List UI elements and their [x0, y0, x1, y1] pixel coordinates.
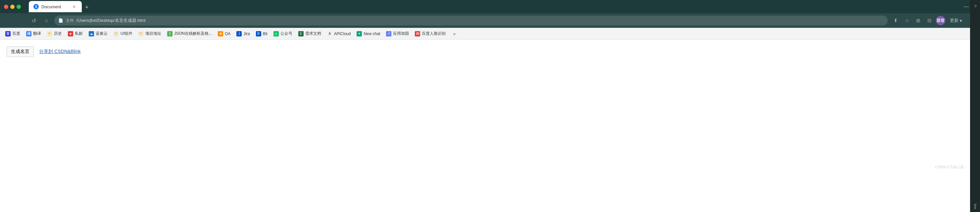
traffic-lights — [4, 5, 21, 9]
address-input-wrapper[interactable]: 📄 文件 /Users/jhxl/Desktop/名言生成器.html — [54, 16, 888, 26]
maximize-window-button[interactable] — [17, 5, 21, 9]
address-bar: ← → ↺ ⌂ 📄 文件 /Users/jhxl/Desktop/名言生成器.h… — [0, 13, 980, 28]
bookmark-json[interactable]: {}JSON在线解析及格... — [165, 29, 215, 38]
bookmark-smjm[interactable]: ♣私邮 — [65, 29, 86, 38]
bookmark-icon-needs: E — [298, 31, 304, 37]
bookmark-label-needs: 需求文档 — [305, 31, 321, 37]
minimize-window-button[interactable] — [10, 5, 14, 9]
address-actions: ⬆ ☆ ⊞ ⊟ 双世 更新 ▾ ⋮ — [891, 16, 976, 25]
bookmark-label-project: 项目地址 — [145, 31, 161, 37]
update-chevron-icon: ▾ — [960, 18, 962, 23]
bookmark-appplus[interactable]: ↺应用加固 — [383, 29, 412, 38]
refresh-button[interactable]: ↺ — [29, 16, 38, 25]
side-panel: ヲ tme — [970, 0, 980, 172]
bookmark-icon-smjm: ♣ — [68, 31, 73, 37]
bookmark-icon-json: {} — [167, 31, 172, 37]
bookmark-icon-oa: ★ — [218, 31, 223, 37]
bookmark-label-ui: UI组件 — [121, 31, 132, 37]
home-button[interactable]: ⌂ — [42, 16, 51, 25]
secure-icon: 📄 — [58, 18, 63, 23]
bookmark-icon-lanyun: ☁ — [89, 31, 94, 37]
profile-label: 双世 — [937, 18, 945, 24]
bookmark-lanyun[interactable]: ☁蓝奏云 — [86, 29, 110, 38]
address-url: /Users/jhxl/Desktop/名言生成器.html — [76, 18, 884, 24]
bookmark-label-lanyun: 蓝奏云 — [96, 31, 108, 37]
browser-chrome: S Document × + — ⛶ ← → ↺ ⌂ 📄 文件 /Users/j… — [0, 0, 980, 40]
bookmark-label-apicloud: APICloud — [334, 32, 351, 36]
bookmark-more[interactable]: » — [449, 30, 460, 38]
bookmark-project[interactable]: 📁项目地址 — [136, 29, 164, 38]
forward-button[interactable]: → — [17, 16, 26, 25]
puzzle-icon: ⊞ — [916, 18, 920, 24]
bookmark-newchat[interactable]: ✦New chat — [354, 30, 383, 38]
profile-button[interactable]: 双世 — [936, 16, 945, 25]
bookmark-label-oa: OA — [225, 32, 231, 36]
bookmark-icon-baidu: 百 — [5, 31, 11, 37]
share-icon: ⬆ — [894, 18, 898, 24]
bookmark-ui[interactable]: 📁UI组件 — [111, 29, 135, 38]
split-icon: ⊟ — [928, 18, 932, 24]
bookmark-icon-bit: B — [256, 31, 261, 37]
file-label: 文件 — [66, 18, 74, 24]
bookmark-icon-apicloud: A — [327, 31, 332, 37]
tab-title: Document — [41, 4, 61, 9]
bookmark-gzh[interactable]: ◎公众号 — [271, 29, 295, 38]
tab-favicon: S — [33, 4, 39, 9]
minimize-button[interactable]: — — [963, 4, 969, 10]
bookmark-button[interactable]: ☆ — [902, 16, 912, 25]
bookmark-oa[interactable]: ★OA — [215, 30, 233, 38]
bookmark-bit[interactable]: BBit — [253, 30, 270, 38]
bookmark-label-face: 百度人脸识别 — [422, 31, 445, 37]
share-link[interactable]: 分享到 CSDN&Blink — [39, 49, 80, 54]
back-button[interactable]: ← — [4, 16, 13, 25]
bookmark-jira[interactable]: JJira — [234, 30, 252, 38]
bookmark-translate[interactable]: 译翻译 — [24, 29, 44, 38]
forward-icon: → — [19, 18, 24, 24]
bookmark-icon-jira: J — [236, 31, 242, 37]
close-window-button[interactable] — [4, 5, 8, 9]
bookmark-baidu[interactable]: 百百度 — [3, 29, 23, 38]
star-icon: ☆ — [905, 18, 909, 24]
share-button[interactable]: ⬆ — [891, 16, 900, 25]
bookmarks-bar: 百百度译翻译📁历史♣私邮☁蓝奏云📁UI组件📁项目地址{}JSON在线解析及格..… — [0, 28, 980, 40]
bookmark-label-gzh: 公众号 — [280, 31, 292, 37]
extensions-button[interactable]: ⊞ — [913, 16, 923, 25]
side-panel-top: ヲ — [973, 3, 977, 6]
bookmark-label-bit: Bit — [263, 32, 267, 36]
bookmark-icon-gzh: ◎ — [274, 31, 279, 37]
bookmark-icon-history: 📁 — [47, 31, 52, 37]
split-button[interactable]: ⊟ — [925, 16, 934, 25]
update-label: 更新 — [950, 18, 958, 24]
bookmark-label-appplus: 应用加固 — [393, 31, 409, 37]
refresh-icon: ↺ — [32, 18, 36, 24]
bookmark-icon-more: » — [452, 31, 457, 37]
bookmark-label-smjm: 私邮 — [75, 31, 83, 37]
back-icon: ← — [6, 18, 11, 24]
tab-close-button[interactable]: × — [71, 4, 77, 10]
bookmark-history[interactable]: 📁历史 — [45, 29, 65, 38]
bookmark-icon-project: 📁 — [138, 31, 144, 37]
bookmark-icon-appplus: ↺ — [386, 31, 391, 37]
bookmark-label-translate: 翻译 — [33, 31, 41, 37]
watermark: CSDN ©几何心涯... — [935, 165, 967, 170]
bookmark-icon-translate: 译 — [26, 31, 32, 37]
bookmark-icon-face: AI — [415, 31, 420, 37]
bookmark-label-jira: Jira — [243, 32, 250, 36]
tab-bar: S Document × + — [29, 1, 91, 12]
active-tab[interactable]: S Document × — [29, 1, 82, 12]
new-tab-button[interactable]: + — [83, 3, 91, 12]
bookmark-label-history: 历史 — [54, 31, 62, 37]
bookmark-icon-ui: 📁 — [114, 31, 119, 37]
bookmark-label-baidu: 百度 — [12, 31, 20, 37]
bookmark-icon-newchat: ✦ — [356, 31, 362, 37]
home-icon: ⌂ — [45, 18, 48, 24]
bookmark-label-newchat: New chat — [364, 32, 380, 36]
title-bar: S Document × + — ⛶ — [0, 0, 980, 13]
bookmark-apicloud[interactable]: AAPICloud — [325, 30, 353, 38]
page-content: 生成名言 分享到 CSDN&Blink CSDN ©几何心涯... — [0, 40, 980, 172]
generate-quote-button[interactable]: 生成名言 — [6, 46, 34, 57]
bookmark-label-json: JSON在线解析及格... — [174, 31, 212, 37]
bookmark-face[interactable]: AI百度人脸识别 — [412, 29, 448, 38]
bookmark-needs[interactable]: E需求文档 — [296, 29, 324, 38]
update-button[interactable]: 更新 ▾ — [947, 16, 965, 25]
